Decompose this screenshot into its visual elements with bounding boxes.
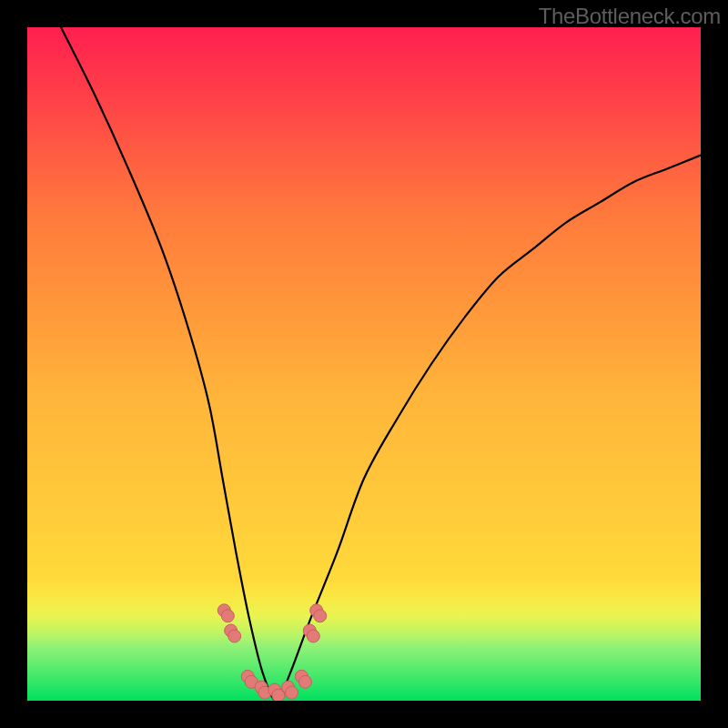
data-marker <box>314 610 327 622</box>
data-marker <box>286 686 298 699</box>
data-marker <box>307 630 319 642</box>
chart-frame: TheBottleneck.com <box>0 0 728 728</box>
data-marker <box>298 675 311 688</box>
bottleneck-curve <box>27 27 701 701</box>
data-marker <box>221 610 234 622</box>
data-marker <box>228 630 241 642</box>
plot-area <box>27 27 701 701</box>
watermark-text: TheBottleneck.com <box>539 4 721 29</box>
